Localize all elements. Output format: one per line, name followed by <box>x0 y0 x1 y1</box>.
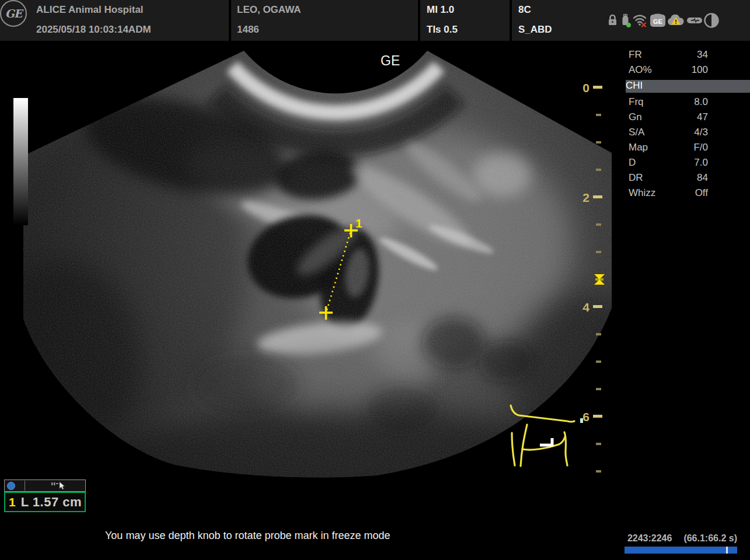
patient-name[interactable]: LEO, OGAWA <box>237 4 301 16</box>
cine-progress-notch[interactable] <box>726 547 728 554</box>
svg-text:GE: GE <box>653 18 662 25</box>
probe-name[interactable]: 8C <box>518 4 531 16</box>
depth-label-2: 2 <box>582 191 589 204</box>
depth-label-6: 6 <box>582 410 589 424</box>
lock-icon[interactable] <box>607 13 618 27</box>
measurement-box-header <box>4 480 86 492</box>
patient-id[interactable]: 1486 <box>237 24 259 36</box>
probe-mark <box>540 438 552 445</box>
cloud-warning-icon[interactable] <box>667 13 685 27</box>
hospital-name: ALICE Animal Hospital <box>36 4 144 16</box>
param-row-fr[interactable]: FR 34 <box>629 49 708 62</box>
measurement-value: L 1.57 cm <box>21 495 82 510</box>
bodymark-orientation-dot <box>580 418 583 423</box>
param-row-gn[interactable]: Gn 47 <box>629 111 708 124</box>
cine-time-range: (66.1:66.2 s) <box>683 533 737 543</box>
tis-value: TIs 0.5 <box>427 24 458 36</box>
cursor-hint-icon <box>50 481 68 491</box>
mi-value: MI 1.0 <box>427 4 454 16</box>
caliper-index-label: 1 <box>355 216 362 230</box>
status-icon-tray: GE <box>607 12 719 29</box>
cine-counter: 2243:2246(66.1:66.2 s) <box>627 533 737 544</box>
preset-name[interactable]: S_ABD <box>518 24 552 36</box>
divider <box>25 481 25 491</box>
param-row-whizz[interactable]: Whizz Off <box>629 187 708 200</box>
param-row-frq[interactable]: Frq 8.0 <box>629 96 708 109</box>
grayscale-bar <box>13 98 28 225</box>
param-row-d[interactable]: D 7.0 <box>629 157 708 170</box>
param-row-dr[interactable]: DR 84 <box>629 172 708 185</box>
param-row-map[interactable]: Map F/0 <box>629 142 708 155</box>
measurement-active-dot <box>7 482 15 490</box>
depth-label-4: 4 <box>582 300 589 314</box>
connection-icon[interactable] <box>686 15 703 26</box>
divider <box>418 0 420 41</box>
wifi-disconnected-icon[interactable] <box>633 13 648 27</box>
ge-logo: GE <box>0 0 27 27</box>
cine-frame-counter: 2243:2246 <box>627 533 672 543</box>
depth-label-0: 0 <box>582 81 589 94</box>
status-message: You may use depth knob to rotate probe m… <box>105 530 390 542</box>
divider <box>229 0 231 41</box>
usb-device-icon[interactable] <box>620 13 632 28</box>
param-row-chi-highlighted[interactable]: CHI <box>626 80 750 93</box>
measurement-result-row: 1 L 1.57 cm <box>4 492 86 512</box>
measurement-index: 1 <box>9 495 16 509</box>
cine-progress-bar[interactable] <box>625 547 737 554</box>
ultrasound-fan-image <box>0 35 660 560</box>
ge-cloud-icon[interactable]: GE <box>650 13 666 28</box>
ge-watermark: GE <box>381 53 400 68</box>
measurement-result-box: 1 L 1.57 cm <box>4 480 86 512</box>
datetime: 2025/05/18 10:03:14ADM <box>36 24 151 36</box>
param-row-ao[interactable]: AO% 100 <box>629 64 708 77</box>
divider <box>510 0 512 41</box>
ultrasound-screen: GE 0 2 <box>0 0 750 560</box>
display-contrast-icon[interactable] <box>704 13 719 28</box>
param-row-sa[interactable]: S/A 4/3 <box>629 127 708 139</box>
title-bar: GE ALICE Animal Hospital 2025/05/18 10:0… <box>0 0 750 41</box>
